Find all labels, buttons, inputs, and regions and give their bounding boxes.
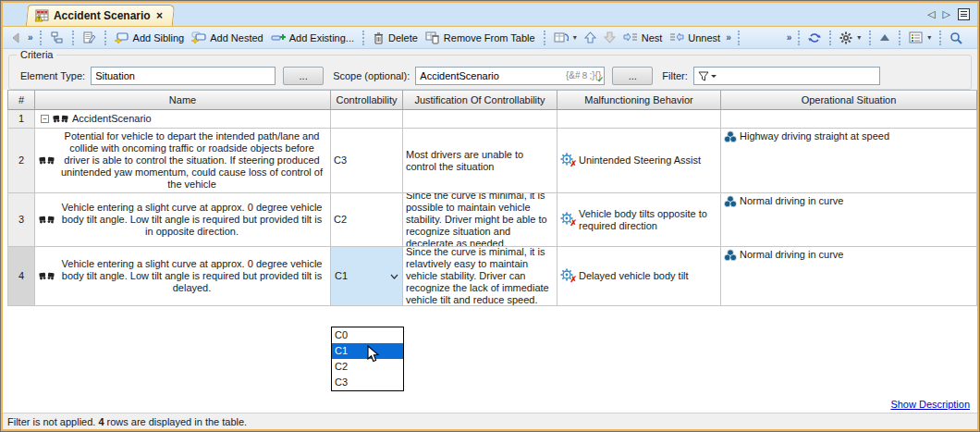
toolbar-grip	[829, 31, 831, 45]
move-up-button[interactable]	[581, 30, 600, 45]
table-row: 1 − AccidentScenario	[7, 110, 977, 129]
malfunctioning-behavior: Unintended Steering Assist	[579, 154, 701, 167]
move-up-icon	[584, 31, 596, 43]
legend-dropdown-icon: ▾	[927, 33, 931, 42]
edit-columns-button[interactable]	[79, 30, 100, 46]
move-down-button[interactable]	[600, 30, 619, 45]
column-header-justification[interactable]: Justification Of Controllability	[403, 90, 557, 110]
operational-situation-cell[interactable]	[721, 110, 977, 129]
delete-button[interactable]: Delete	[369, 30, 422, 46]
scope-field-wrap: {&#８;}{}✓	[415, 67, 605, 85]
collapse-node-icon[interactable]: −	[41, 115, 49, 123]
dropdown-option-c0[interactable]: C0	[332, 327, 403, 343]
legend-button[interactable]: ▾	[905, 30, 935, 45]
controllability-cell[interactable]	[331, 110, 403, 129]
operational-situation-cell[interactable]: Normal driving in curve	[721, 247, 977, 306]
add-nested-button[interactable]: Add Nested	[188, 30, 266, 45]
options-button[interactable]: ▾	[836, 30, 864, 46]
controllability-cell[interactable]: C3	[331, 129, 403, 193]
structure-icon	[50, 31, 64, 44]
row-name: Potential for vehicle to depart the inte…	[57, 130, 326, 191]
operational-situation: Normal driving in curve	[740, 249, 843, 261]
accident-scenario-icon	[39, 215, 55, 225]
tab-accident-scenario[interactable]: ! Accident Scenario ×	[26, 5, 175, 26]
collapse-button[interactable]	[876, 31, 894, 44]
operational-situation-icon	[724, 130, 737, 143]
filter-input[interactable]	[717, 68, 879, 84]
element-type-input[interactable]	[92, 68, 275, 84]
row-name-cell[interactable]: Vehicle entering a slight curve at appro…	[35, 193, 331, 247]
tab-nav: ◁ ▷	[927, 7, 970, 20]
filter-label: Filter:	[662, 70, 688, 81]
column-header-name[interactable]: Name	[35, 90, 331, 110]
justification-cell[interactable]	[403, 110, 557, 129]
controllability-combobox[interactable]: C1	[331, 247, 403, 306]
malfunctioning-behavior-cell[interactable]: ✗ Delayed vehicle body tilt	[557, 247, 721, 306]
tab-list-icon[interactable]	[958, 8, 970, 20]
table-pane: ! Accident Scenario × ◁ ▷ »	[1, 1, 979, 431]
chevron-down-icon	[390, 274, 398, 279]
add-sibling-icon	[115, 31, 129, 43]
nest-button[interactable]: Nest	[619, 30, 667, 45]
remove-from-table-button[interactable]: Remove From Table	[422, 30, 539, 46]
add-existing-button[interactable]: Add Existing...	[267, 30, 358, 45]
column-header-operational-situation[interactable]: Operational Situation	[721, 90, 977, 110]
row-number[interactable]: 3	[7, 193, 35, 247]
toolbar-overflow-icon[interactable]: »	[28, 32, 33, 43]
refresh-icon	[808, 31, 821, 44]
toolbar-grip	[798, 31, 800, 45]
row-name-cell[interactable]: − AccidentScenario	[35, 110, 331, 129]
controllability-cell[interactable]: C2	[331, 193, 403, 247]
prev-tab-icon[interactable]: ◁	[927, 7, 935, 20]
toolbar-grip	[869, 31, 871, 45]
row-name-cell[interactable]: Potential for vehicle to depart the inte…	[35, 129, 331, 193]
toolbar-grip	[939, 31, 941, 45]
operational-situation-cell[interactable]: Highway driving straight at speed	[721, 129, 977, 193]
tab-close-icon[interactable]: ×	[155, 9, 164, 22]
next-tab-icon[interactable]: ▷	[943, 7, 950, 20]
toolbar-grip	[738, 31, 740, 45]
toolbar-grip	[72, 31, 74, 45]
row-number[interactable]: 2	[7, 129, 35, 193]
dropdown-option-c3[interactable]: C3	[332, 375, 403, 390]
back-button[interactable]	[6, 31, 26, 45]
show-description-link[interactable]: Show Description	[890, 399, 970, 410]
malfunctioning-behavior-cell[interactable]	[557, 110, 721, 129]
row-number[interactable]: 4	[7, 247, 35, 306]
toolbar-overflow-icon[interactable]: »	[726, 32, 731, 43]
element-type-browse-button[interactable]: ...	[283, 67, 324, 85]
justification-cell[interactable]: Since the curve is minimal, it is possib…	[403, 193, 557, 247]
add-sibling-button[interactable]: Add Sibling	[111, 30, 189, 45]
search-button[interactable]	[946, 30, 966, 46]
operational-situation-icon	[724, 195, 737, 208]
malfunctioning-behavior-icon: ✗	[560, 212, 576, 228]
scope-input[interactable]	[416, 68, 563, 84]
malfunctioning-behavior-cell[interactable]: ✗ Vehicle body tilts opposite to require…	[557, 193, 721, 247]
structure-button[interactable]	[46, 30, 67, 46]
malfunctioning-behavior-cell[interactable]: ✗ Unintended Steering Assist	[557, 129, 721, 193]
malfunctioning-behavior-icon: ✗	[560, 268, 576, 284]
filter-funnel-icon[interactable]	[694, 71, 717, 81]
toolbar-overflow-icon[interactable]: »	[787, 32, 792, 43]
add-nested-label: Add Nested	[210, 32, 263, 43]
operational-situation-cell[interactable]: Normal driving in curve	[721, 193, 977, 247]
refresh-button[interactable]	[804, 30, 825, 46]
column-header-malfunctioning-behavior[interactable]: Malfunctioning Behavior	[557, 90, 721, 110]
row-name-cell[interactable]: Vehicle entering a slight curve at appro…	[35, 247, 331, 306]
status-row-count: 4	[98, 416, 104, 427]
move-to-button[interactable]: ▾	[550, 30, 581, 46]
move-down-icon	[604, 31, 616, 43]
criteria-groupbox: Criteria Element Type: ... Scope (option…	[8, 55, 972, 90]
justification-cell[interactable]: Since the curve is minimal, it is relavt…	[403, 247, 557, 306]
unnest-button[interactable]: Unnest	[666, 30, 724, 45]
scope-element-icon: {&#８;}{}✓	[563, 69, 604, 82]
column-header-controllability[interactable]: Controllability	[331, 90, 403, 110]
move-to-icon	[554, 31, 569, 44]
add-existing-label: Add Existing...	[289, 32, 354, 43]
row-number[interactable]: 1	[7, 110, 35, 129]
column-header-number[interactable]: #	[7, 90, 35, 110]
toolbar-grip	[40, 31, 42, 45]
scope-browse-button[interactable]: ...	[612, 67, 653, 85]
table-row: 3 Vehicle entering a slight curve at app…	[7, 193, 977, 247]
justification-cell[interactable]: Most drivers are unable to control the s…	[403, 129, 557, 193]
